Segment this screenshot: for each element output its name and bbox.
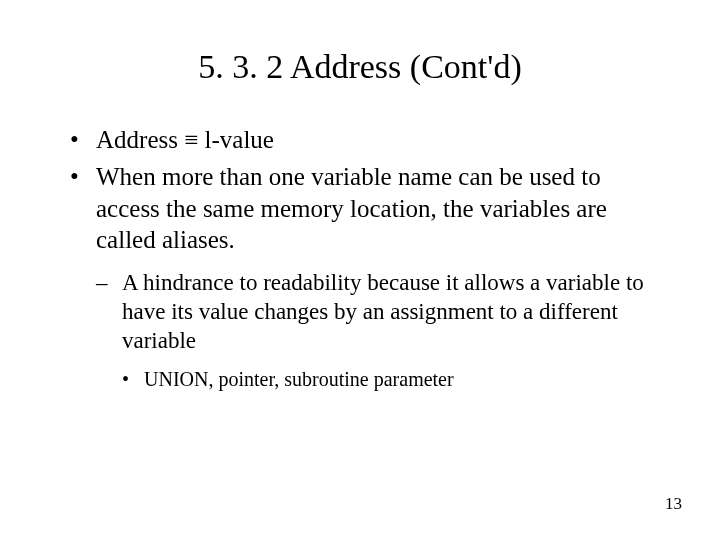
page-number: 13 [665,494,682,514]
sub-bullet-text: A hindrance to readability because it al… [122,270,644,353]
sub-sub-bullet-item: UNION, pointer, subroutine parameter [122,367,660,392]
sub-bullet-list: A hindrance to readability because it al… [96,269,660,392]
sub-sub-bullet-list: UNION, pointer, subroutine parameter [122,367,660,392]
bullet-item: When more than one variable name can be … [70,161,660,392]
sub-bullet-item: A hindrance to readability because it al… [96,269,660,392]
slide-title: 5. 3. 2 Address (Cont'd) [0,0,720,104]
bullet-item: Address ≡ l-value [70,124,660,155]
bullet-text: When more than one variable name can be … [96,163,607,253]
bullet-text: Address ≡ l-value [96,126,274,153]
sub-sub-bullet-text: UNION, pointer, subroutine parameter [144,368,454,390]
slide: 5. 3. 2 Address (Cont'd) Address ≡ l-val… [0,0,720,540]
bullet-list: Address ≡ l-value When more than one var… [70,124,660,392]
